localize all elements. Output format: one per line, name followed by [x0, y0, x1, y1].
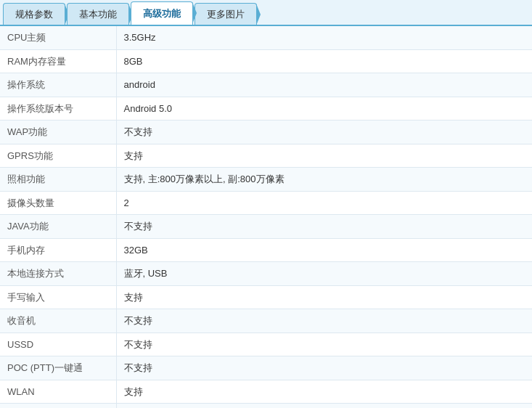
spec-key: 本地连接方式 [0, 262, 116, 286]
tabs-bar: 规格参数基本功能高级功能更多图片 [0, 0, 532, 26]
spec-key: RAM内存容量 [0, 49, 116, 73]
spec-value: 不支持 [116, 356, 532, 380]
spec-value: 3.5GHz [116, 26, 532, 49]
spec-value: 蓝牙, USB [116, 262, 532, 286]
table-row: 摄像头数量2 [0, 191, 532, 215]
table-row: 收音机不支持 [0, 309, 532, 333]
spec-key: 手写输入 [0, 285, 116, 309]
spec-value: 支持 [116, 144, 532, 168]
spec-key: WAP功能 [0, 121, 116, 144]
spec-value: 8GB [116, 49, 532, 73]
spec-value: 支持 [116, 380, 532, 404]
spec-value: Android 5.0 [116, 97, 532, 121]
tab-basic[interactable]: 基本功能 [67, 3, 129, 25]
spec-key: CPU主频 [0, 26, 116, 49]
spec-value: 支持 [116, 285, 532, 309]
table-row: GPRS功能支持 [0, 144, 532, 168]
spec-value: 支持, 主:800万像素以上, 副:800万像素 [116, 168, 532, 192]
table-row: 操作系统android [0, 73, 532, 97]
spec-value: 不支持 [116, 404, 532, 409]
table-row: WLAN支持 [0, 380, 532, 404]
spec-key: GPRS功能 [0, 144, 116, 168]
content-area: CPU主频3.5GHzRAM内存容量8GB操作系统android操作系统版本号A… [0, 26, 532, 408]
spec-key: 收音机 [0, 309, 116, 333]
spec-value: 不支持 [116, 332, 532, 356]
spec-value: 不支持 [116, 309, 532, 333]
spec-key: WLAN [0, 380, 116, 404]
tab-photos[interactable]: 更多图片 [195, 3, 257, 25]
table-row: RAM内存容量8GB [0, 49, 532, 73]
table-row: 手写输入支持 [0, 285, 532, 309]
spec-key: USSD [0, 332, 116, 356]
table-row: WAP功能不支持 [0, 121, 532, 144]
spec-value: 2 [116, 191, 532, 215]
table-row: 流媒体不支持 [0, 404, 532, 409]
table-row: USSD不支持 [0, 332, 532, 356]
table-row: POC (PTT)一键通不支持 [0, 356, 532, 380]
spec-key: JAVA功能 [0, 215, 116, 239]
table-row: 本地连接方式蓝牙, USB [0, 262, 532, 286]
table-row: 手机内存32GB [0, 238, 532, 262]
tab-advanced[interactable]: 高级功能 [131, 1, 193, 25]
spec-value: android [116, 73, 532, 97]
table-row: 照相功能支持, 主:800万像素以上, 副:800万像素 [0, 168, 532, 192]
table-row: 操作系统版本号Android 5.0 [0, 97, 532, 121]
spec-key: 流媒体 [0, 404, 116, 409]
spec-key: 照相功能 [0, 168, 116, 192]
spec-key: 摄像头数量 [0, 191, 116, 215]
spec-key: POC (PTT)一键通 [0, 356, 116, 380]
table-row: CPU主频3.5GHz [0, 26, 532, 49]
spec-key: 操作系统版本号 [0, 97, 116, 121]
spec-table: CPU主频3.5GHzRAM内存容量8GB操作系统android操作系统版本号A… [0, 26, 532, 408]
spec-key: 操作系统 [0, 73, 116, 97]
tab-specs[interactable]: 规格参数 [3, 3, 65, 25]
spec-value: 不支持 [116, 215, 532, 239]
spec-value: 32GB [116, 238, 532, 262]
spec-key: 手机内存 [0, 238, 116, 262]
table-row: JAVA功能不支持 [0, 215, 532, 239]
spec-value: 不支持 [116, 121, 532, 144]
